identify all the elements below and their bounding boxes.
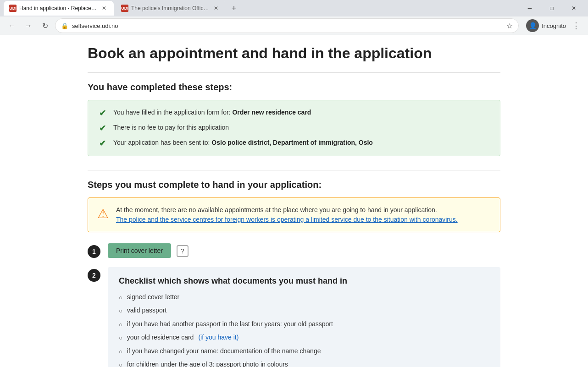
tab-close-1[interactable]: ✕ (100, 4, 108, 12)
address-bar: ← → ↻ 🔒 selfservice.udi.no ☆ 👤 Incognito… (0, 16, 588, 35)
refresh-button[interactable]: ↻ (39, 19, 51, 32)
tab-hand-in-application[interactable]: UDI Hand in application - Replace ca ✕ (4, 1, 114, 16)
list-item: if you have changed your name: documenta… (119, 346, 489, 356)
incognito-label: Incognito (542, 22, 566, 29)
warning-main-text: At the moment, there are no available ap… (116, 206, 437, 214)
checklist-list: signed cover letter valid passport if yo… (119, 292, 489, 367)
warning-box: ⚠ At the moment, there are no available … (88, 197, 500, 232)
step-1-content: Print cover letter ? (108, 243, 500, 258)
url-text: selfservice.udi.no (72, 22, 118, 29)
step-2-number: 2 (88, 269, 100, 282)
close-button[interactable]: ✕ (563, 0, 584, 16)
tab-police-immigration[interactable]: UDI The police's Immigration Office i ✕ (116, 1, 226, 16)
tab-close-2[interactable]: ✕ (212, 4, 220, 12)
restore-button[interactable]: □ (541, 0, 562, 16)
back-button[interactable]: ← (6, 19, 18, 32)
title-bar: UDI Hand in application - Replace ca ✕ U… (0, 0, 588, 16)
page-content: Book an appointment and hand in the appl… (0, 35, 588, 367)
lock-icon: 🔒 (61, 22, 68, 29)
step-1-number: 1 (88, 245, 100, 258)
new-tab-button[interactable]: + (227, 2, 240, 15)
page-title: Book an appointment and hand in the appl… (88, 44, 500, 63)
window-controls: ─ □ ✕ (519, 0, 584, 16)
help-button[interactable]: ? (177, 245, 189, 257)
tab-favicon-1: UDI (9, 5, 17, 12)
browser-menu-button[interactable]: ⋮ (570, 19, 582, 32)
step-1-row: 1 Print cover letter ? (88, 243, 500, 258)
list-item: if you have had another passport in the … (119, 319, 489, 329)
step-2-row: 2 Checklist which shows what documents y… (88, 267, 500, 367)
check-icon-1: ✔ (99, 108, 106, 118)
checklist-title: Checklist which shows what documents you… (119, 276, 489, 286)
list-item: signed cover letter (119, 292, 489, 302)
print-cover-letter-button[interactable]: Print cover letter (108, 243, 171, 258)
steps-section: Steps you must complete to hand in your … (88, 180, 500, 367)
tab-title-1: Hand in application - Replace ca (19, 5, 97, 11)
list-item: for children under the age of 3: passpor… (119, 360, 489, 367)
incognito-icon: 👤 (526, 19, 539, 32)
completed-text-3: Your application has been sent to: Oslo … (113, 138, 373, 148)
completed-item-2: ✔ There is no fee to pay for this applic… (99, 123, 489, 133)
forward-button[interactable]: → (22, 19, 35, 32)
url-bar[interactable]: 🔒 selfservice.udi.no ☆ (55, 18, 519, 33)
browser-window: UDI Hand in application - Replace ca ✕ U… (0, 0, 588, 367)
residence-card-link[interactable]: (if you have it) (198, 333, 239, 342)
minimize-button[interactable]: ─ (519, 0, 540, 16)
completed-section-heading: You have completed these steps: (88, 82, 500, 93)
content-inner: Book an appointment and hand in the appl… (69, 35, 519, 367)
warning-text: At the moment, there are no available ap… (116, 205, 458, 225)
completed-text-2: There is no fee to pay for this applicat… (113, 123, 229, 132)
step-2-content: Checklist which shows what documents you… (108, 267, 500, 367)
title-divider (88, 72, 500, 73)
checklist-box: Checklist which shows what documents you… (108, 267, 500, 367)
check-icon-2: ✔ (99, 123, 106, 133)
completed-item-1: ✔ You have filled in the application for… (99, 108, 489, 118)
check-icon-3: ✔ (99, 138, 106, 148)
completed-text-1: You have filled in the application form … (113, 108, 311, 117)
completed-item-3: ✔ Your application has been sent to: Osl… (99, 138, 489, 148)
steps-divider (88, 170, 500, 170)
incognito-area: 👤 Incognito (526, 19, 566, 32)
warning-icon: ⚠ (97, 206, 109, 221)
list-item: valid passport (119, 306, 489, 316)
tab-favicon-2: UDI (121, 5, 128, 12)
list-item: your old residence card (if you have it) (119, 333, 489, 343)
warning-link[interactable]: The police and the service centres for f… (116, 216, 458, 223)
completed-box: ✔ You have filled in the application for… (88, 100, 500, 156)
steps-section-heading: Steps you must complete to hand in your … (88, 180, 500, 190)
tab-title-2: The police's Immigration Office i (131, 5, 209, 11)
star-icon[interactable]: ☆ (506, 22, 513, 30)
